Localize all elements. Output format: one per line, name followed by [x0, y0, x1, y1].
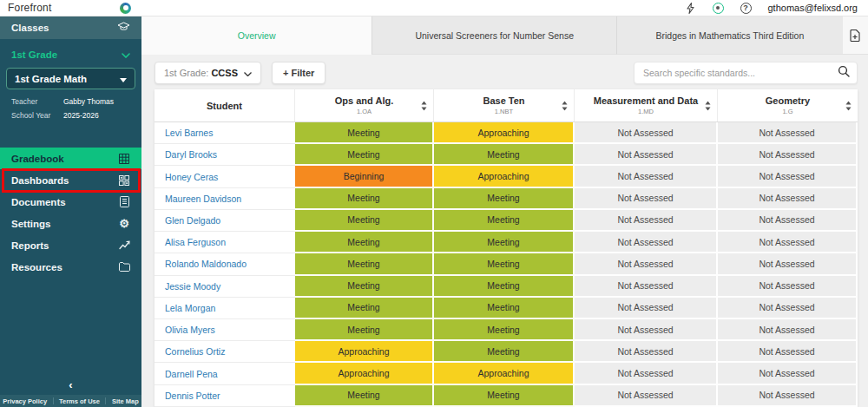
- tab-universal-screeners[interactable]: Universal Screeners for Number Sense: [372, 16, 616, 55]
- sort-icon[interactable]: [562, 101, 568, 110]
- status-cell[interactable]: Meeting: [295, 210, 434, 232]
- status-cell[interactable]: Not Assessed: [718, 341, 858, 363]
- status-cell[interactable]: Meeting: [434, 385, 575, 407]
- status-cell[interactable]: Not Assessed: [718, 253, 858, 275]
- column-header-geometry[interactable]: Geometry 1.G: [718, 89, 858, 121]
- status-cell[interactable]: Not Assessed: [718, 232, 858, 253]
- sidebar-item-reports[interactable]: Reports: [0, 234, 141, 256]
- status-cell[interactable]: Meeting: [295, 253, 434, 275]
- status-cell[interactable]: Not Assessed: [575, 363, 718, 384]
- user-email[interactable]: gthomas@felixsd.org: [768, 3, 858, 13]
- status-cell[interactable]: Meeting: [295, 298, 434, 319]
- student-link[interactable]: Jessie Moody: [155, 276, 295, 298]
- sidebar-item-dashboards[interactable]: Dashboards: [0, 169, 141, 191]
- status-cell[interactable]: Not Assessed: [575, 319, 718, 341]
- student-link[interactable]: Alisa Ferguson: [155, 232, 295, 253]
- status-cell[interactable]: Not Assessed: [575, 144, 718, 166]
- sidebar-item-gradebook[interactable]: Gradebook: [0, 148, 141, 169]
- status-cell[interactable]: Meeting: [295, 319, 434, 341]
- status-cell[interactable]: Approaching: [434, 122, 575, 144]
- privacy-policy-link[interactable]: Privacy Policy: [3, 397, 47, 405]
- search-icon[interactable]: [838, 65, 850, 81]
- student-link[interactable]: Glen Delgado: [155, 210, 295, 232]
- student-link[interactable]: Darnell Pena: [155, 363, 295, 384]
- sidebar-classes-header[interactable]: Classes: [0, 16, 141, 39]
- status-cell[interactable]: Approaching: [434, 166, 575, 187]
- sidebar-grade-selector[interactable]: 1st Grade: [0, 45, 141, 64]
- status-cell[interactable]: Not Assessed: [718, 385, 858, 407]
- status-cell[interactable]: Not Assessed: [718, 210, 858, 232]
- column-header-ops-and-alg[interactable]: Ops and Alg. 1.OA: [295, 89, 434, 121]
- student-link[interactable]: Cornelius Ortiz: [155, 341, 295, 363]
- terms-of-use-link[interactable]: Terms of Use: [59, 397, 100, 405]
- status-cell[interactable]: Meeting: [434, 253, 575, 275]
- documents-label: Documents: [11, 197, 66, 207]
- sort-icon[interactable]: [845, 101, 852, 110]
- class-dropdown[interactable]: 1st Grade Math: [6, 68, 135, 89]
- status-cell[interactable]: Not Assessed: [718, 319, 858, 341]
- student-link[interactable]: Rolando Maldonado: [155, 253, 295, 275]
- status-cell[interactable]: Not Assessed: [575, 188, 718, 210]
- status-cell[interactable]: Meeting: [295, 144, 434, 166]
- student-link[interactable]: Maureen Davidson: [155, 188, 295, 210]
- status-cell[interactable]: Meeting: [295, 232, 434, 253]
- add-filter-button[interactable]: + Filter: [272, 62, 326, 84]
- student-link[interactable]: Daryl Brooks: [155, 144, 295, 166]
- sort-icon[interactable]: [705, 101, 711, 110]
- student-link[interactable]: Lela Morgan: [155, 298, 295, 319]
- status-cell[interactable]: Meeting: [295, 122, 434, 144]
- site-map-link[interactable]: Site Map: [112, 397, 139, 405]
- status-cell[interactable]: Not Assessed: [718, 166, 858, 187]
- student-link[interactable]: Olivia Myers: [155, 319, 295, 341]
- status-cell[interactable]: Not Assessed: [575, 210, 718, 232]
- student-link[interactable]: Honey Ceras: [155, 166, 295, 187]
- status-cell[interactable]: Not Assessed: [575, 232, 718, 253]
- status-cell[interactable]: Beginning: [295, 166, 434, 187]
- status-cell[interactable]: Meeting: [295, 276, 434, 298]
- status-cell[interactable]: Not Assessed: [575, 385, 718, 407]
- search-input[interactable]: [643, 68, 838, 78]
- sort-icon[interactable]: [421, 101, 427, 110]
- session-timer-icon[interactable]: [713, 3, 724, 14]
- status-cell[interactable]: Not Assessed: [718, 298, 858, 319]
- status-cell[interactable]: Meeting: [434, 341, 575, 363]
- status-cell[interactable]: Not Assessed: [575, 122, 718, 144]
- status-cell[interactable]: Not Assessed: [718, 122, 858, 144]
- status-cell[interactable]: Not Assessed: [718, 276, 858, 298]
- status-cell[interactable]: Meeting: [434, 276, 575, 298]
- sidebar-collapse-button[interactable]: ‹: [0, 378, 141, 391]
- status-cell[interactable]: Not Assessed: [575, 276, 718, 298]
- student-link[interactable]: Levi Barnes: [155, 122, 295, 144]
- status-cell[interactable]: Not Assessed: [575, 298, 718, 319]
- help-icon[interactable]: ?: [740, 3, 752, 14]
- grade-standards-dropdown[interactable]: 1st Grade: CCSS: [155, 62, 261, 84]
- sidebar-item-settings[interactable]: Settings ⚙: [0, 213, 141, 234]
- status-cell[interactable]: Not Assessed: [718, 144, 858, 166]
- lightning-icon[interactable]: [685, 3, 696, 14]
- status-cell[interactable]: Meeting: [434, 232, 575, 253]
- status-cell[interactable]: Meeting: [434, 319, 575, 341]
- sidebar-item-documents[interactable]: Documents: [0, 191, 141, 213]
- status-cell[interactable]: Meeting: [295, 188, 434, 210]
- status-cell[interactable]: Approaching: [295, 341, 434, 363]
- status-cell[interactable]: Meeting: [434, 210, 575, 232]
- column-header-measurement-data[interactable]: Measurement and Data 1.MD: [575, 89, 718, 121]
- status-cell[interactable]: Not Assessed: [575, 166, 718, 187]
- add-tab-icon[interactable]: [843, 16, 868, 55]
- status-cell[interactable]: Meeting: [295, 385, 434, 407]
- sidebar-item-resources[interactable]: Resources: [0, 256, 141, 278]
- grade-filter-value: CCSS: [211, 68, 238, 78]
- student-link[interactable]: Dennis Potter: [155, 385, 295, 407]
- status-cell[interactable]: Meeting: [434, 144, 575, 166]
- status-cell[interactable]: Meeting: [434, 188, 575, 210]
- tab-overview[interactable]: Overview: [141, 16, 372, 55]
- status-cell[interactable]: Not Assessed: [575, 341, 718, 363]
- status-cell[interactable]: Approaching: [434, 363, 575, 384]
- column-header-base-ten[interactable]: Base Ten 1.NBT: [434, 89, 575, 121]
- tab-bridges[interactable]: Bridges in Mathematics Third Edition: [616, 16, 842, 55]
- status-cell[interactable]: Not Assessed: [718, 363, 858, 384]
- status-cell[interactable]: Not Assessed: [718, 188, 858, 210]
- status-cell[interactable]: Meeting: [434, 298, 575, 319]
- status-cell[interactable]: Approaching: [295, 363, 434, 384]
- status-cell[interactable]: Not Assessed: [575, 253, 718, 275]
